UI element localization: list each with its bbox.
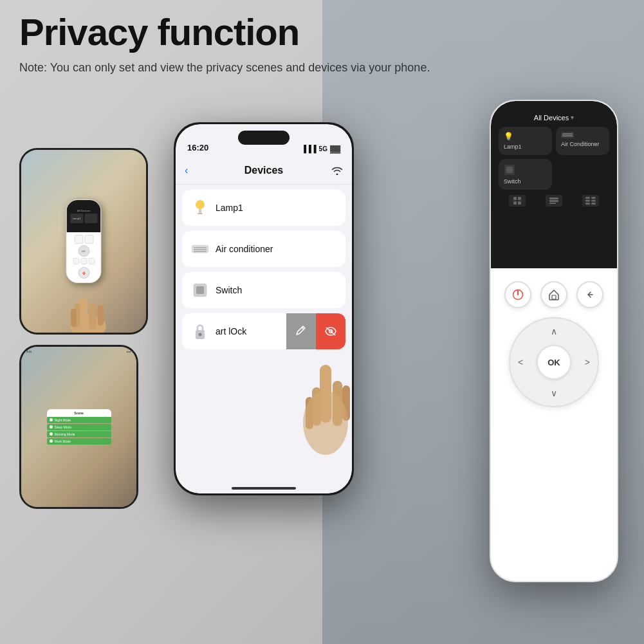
remote-ac-label: Air Conditioner	[561, 141, 604, 147]
phone-mockup-1: All Devices Lamp1 O	[19, 148, 148, 335]
dpad-left-button[interactable]: <	[518, 357, 523, 367]
svg-rect-32	[513, 201, 517, 205]
header-section: Privacy function Note: You can only set …	[19, 12, 625, 77]
svg-rect-11	[194, 249, 207, 250]
phone-screen-1: All Devices Lamp1 O	[21, 150, 146, 333]
mini-remote-ok: OK	[78, 245, 89, 257]
dpad-up-button[interactable]: ∧	[551, 326, 557, 336]
remote-home-button[interactable]	[540, 281, 567, 308]
left-phones-column: All Devices Lamp1 O	[19, 148, 148, 509]
main-phone-screen: 16:20 ▐▐▐ 5G ▓▓ ‹ Devices	[176, 124, 352, 493]
device-name-ac: Air conditioner	[216, 244, 273, 254]
svg-rect-41	[585, 203, 590, 205]
scene-label-work: Work Mode	[55, 439, 71, 443]
scene-label-morning: Morning Mode	[55, 432, 75, 436]
battery-icon: ▓▓	[330, 145, 340, 152]
remote-device-grid: 💡 Lamp1 Air Conditioner	[499, 127, 609, 190]
svg-rect-7	[199, 209, 201, 214]
remote-settings-icon[interactable]	[582, 195, 599, 207]
remote-screen-header: All Devices ▾	[499, 114, 609, 122]
scene-item-sleep: Sleep Mode	[47, 424, 111, 430]
dpad-ok-button[interactable]: OK	[537, 345, 571, 380]
device-name-lamp: Lamp1	[216, 203, 243, 213]
device-item-lamp[interactable]: Lamp1	[182, 190, 345, 226]
scene-label-night: Night Mode	[55, 418, 71, 422]
remote-back-button[interactable]	[576, 281, 603, 308]
svg-rect-12	[194, 251, 207, 252]
scene-item-work: Work Mode	[47, 438, 111, 445]
svg-rect-29	[506, 167, 513, 173]
remote-tile-switch[interactable]: Switch	[499, 159, 552, 190]
status-time: 16:20	[187, 143, 208, 152]
dpad-down-button[interactable]: ∨	[551, 388, 557, 398]
mini-remote-1: All Devices Lamp1 O	[66, 199, 102, 283]
mini-remote-screen-1: All Devices Lamp1	[67, 200, 101, 232]
svg-rect-40	[591, 200, 596, 202]
remote-grid-icon[interactable]	[509, 195, 526, 207]
remote-all-devices-label: All Devices	[534, 114, 569, 122]
remote-lamp-icon: 💡	[504, 132, 547, 141]
svg-rect-38	[591, 197, 596, 199]
svg-rect-5	[98, 305, 104, 326]
svg-rect-37	[585, 197, 590, 199]
nav-title: Devices	[244, 165, 284, 176]
remote-body: ∧ ∨ < > OK	[491, 268, 617, 420]
scene-item-morning: Morning Mode	[47, 431, 111, 437]
remote-tile-ac[interactable]: Air Conditioner	[556, 127, 609, 155]
svg-rect-39	[585, 200, 590, 202]
svg-rect-4	[71, 309, 77, 327]
svg-rect-36	[549, 203, 556, 204]
scene-label-sleep: Sleep Mode	[55, 425, 72, 429]
dpad-ok-label: OK	[547, 358, 560, 367]
page-content: Privacy function Note: You can only set …	[0, 0, 644, 644]
svg-rect-25	[561, 132, 574, 138]
svg-point-6	[196, 200, 205, 209]
scene-header: Scene	[47, 409, 111, 417]
phone-mockup-2: Scene Night Mode Sleep Mode Morning Mode	[19, 345, 138, 509]
scene-dot-3	[50, 432, 53, 436]
device-item-switch[interactable]: Switch	[182, 272, 345, 308]
device-name-switch: Switch	[216, 285, 242, 295]
main-phone: 16:20 ▐▐▐ 5G ▓▓ ‹ Devices	[174, 122, 354, 495]
dpad-right-button[interactable]: >	[585, 357, 590, 367]
remote-screen: All Devices ▾ 💡 Lamp1	[491, 101, 617, 268]
nav-back-button[interactable]: ‹	[185, 165, 188, 176]
lock-icon-svg	[191, 322, 209, 340]
svg-rect-8	[198, 213, 203, 214]
hand-svg-1	[66, 278, 111, 335]
lock-info[interactable]: art lOck	[182, 315, 286, 348]
svg-point-16	[199, 333, 202, 336]
remote-tile-lamp[interactable]: 💡 Lamp1	[499, 127, 552, 155]
svg-rect-34	[549, 198, 558, 199]
dpad: ∧ ∨ < > OK	[509, 317, 599, 407]
remote-switch-icon	[504, 164, 547, 176]
dynamic-island	[238, 131, 290, 145]
nav-wifi-icon	[331, 166, 343, 175]
remote-list-icon[interactable]	[546, 195, 562, 207]
svg-rect-30	[513, 197, 517, 200]
mini-remote-buttons-1: OK ⏻	[67, 232, 101, 281]
device-name-lock: art lOck	[216, 326, 246, 336]
device-item-ac[interactable]: Air conditioner	[182, 231, 345, 267]
scene-dot-2	[50, 425, 53, 428]
dpad-outer: ∧ ∨ < > OK	[509, 317, 599, 407]
status-icons: ▐▐▐ 5G ▓▓	[301, 145, 340, 152]
remote-power-button[interactable]	[504, 281, 531, 308]
scene-dot-4	[50, 439, 53, 443]
svg-rect-31	[518, 197, 521, 200]
svg-rect-26	[562, 134, 573, 135]
svg-rect-33	[518, 201, 521, 205]
phone-screen-2: Scene Night Mode Sleep Mode Morning Mode	[21, 347, 136, 507]
scene-dot-1	[50, 418, 53, 421]
svg-rect-27	[562, 136, 573, 137]
page-subtitle: Note: You can only set and view the priv…	[19, 59, 457, 77]
svg-rect-35	[549, 200, 558, 202]
big-remote: All Devices ▾ 💡 Lamp1	[490, 100, 618, 582]
network-label: 5G	[319, 145, 327, 152]
mini-remote-title: All Devices	[70, 209, 97, 212]
switch-icon	[191, 281, 209, 299]
remote-switch-label: Switch	[504, 178, 547, 185]
ac-icon	[191, 240, 209, 258]
home-indicator	[232, 487, 296, 490]
remote-top-buttons	[504, 281, 603, 308]
